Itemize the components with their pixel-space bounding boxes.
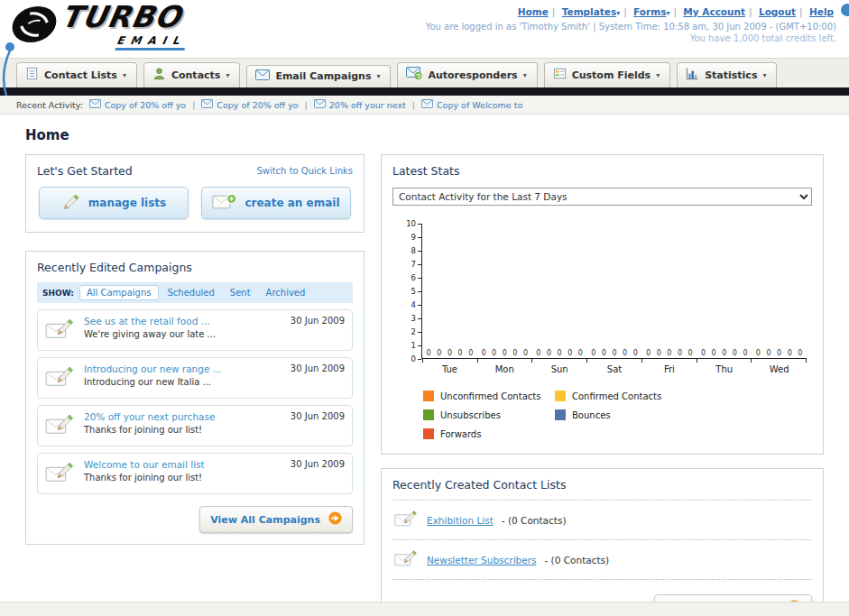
- top-nav: Home| Templates| Forms| My Account| Logo…: [426, 6, 836, 17]
- activity-separator: |: [412, 100, 415, 110]
- contact-list-count: - (0 Contacts): [544, 555, 609, 565]
- manage-lists-button[interactable]: manage lists: [39, 187, 189, 219]
- contact-list-link[interactable]: Newsletter Subscribers: [427, 555, 536, 565]
- nav-templates[interactable]: Templates: [562, 6, 620, 17]
- tab-label: Statistics: [705, 69, 757, 81]
- chart-y-axis: 109876543210: [401, 224, 421, 359]
- tab-statistics[interactable]: Statistics ▾: [677, 62, 777, 87]
- recent-activity-item[interactable]: 20% off your next: [314, 99, 406, 110]
- chart-bar-group: 0 0 0 0 0: [697, 349, 752, 358]
- campaign-date: 30 Jun 2009: [291, 411, 345, 421]
- envelope-icon: [314, 99, 326, 110]
- recent-activity-link[interactable]: Copy of 20% off yo: [217, 100, 298, 110]
- recent-activity-item[interactable]: Copy of 20% off yo: [201, 99, 298, 110]
- legend-label: Bounces: [572, 410, 611, 420]
- view-all-campaigns-button[interactable]: View All Campaigns: [199, 506, 353, 533]
- campaign-title-link[interactable]: Welcome to our email list: [84, 459, 205, 470]
- list-edit-icon: [394, 547, 419, 572]
- switch-quick-links-link[interactable]: Switch to Quick Links: [256, 166, 353, 176]
- right-column: Latest Stats Contact Activity for the La…: [381, 154, 824, 616]
- chevron-down-icon: ▾: [376, 72, 380, 80]
- campaign-item[interactable]: 20% off your next purchase Thanks for jo…: [37, 405, 353, 446]
- legend-label: Unconfirmed Contacts: [440, 391, 540, 401]
- campaign-title-link[interactable]: 20% off your next purchase: [84, 411, 215, 422]
- tab-contacts[interactable]: Contacts ▾: [143, 62, 240, 87]
- legend-item: Forwards: [423, 428, 555, 439]
- show-label: SHOW:: [42, 289, 74, 298]
- stats-range-select[interactable]: Contact Activity for the Last 7 Days: [392, 188, 812, 206]
- manage-lists-label: manage lists: [88, 197, 166, 209]
- recent-activity-item[interactable]: Copy of Welcome to: [421, 99, 522, 110]
- chart-x-label: Wed: [752, 364, 807, 374]
- create-email-button[interactable]: create an email: [201, 187, 351, 219]
- chart-bar-group: 0 0 0 0 0: [641, 349, 697, 358]
- legend-label: Forwards: [440, 429, 481, 439]
- nav-my-account[interactable]: My Account: [683, 6, 745, 17]
- campaign-item[interactable]: Welcome to our email list Thanks for joi…: [37, 453, 353, 494]
- legend-item: Bounces: [555, 409, 687, 420]
- tab-contact-lists[interactable]: Contact Lists ▾: [16, 62, 137, 87]
- envelope-icon: [421, 99, 433, 110]
- campaign-edit-icon: [45, 363, 76, 392]
- autoresponders-icon: [406, 67, 422, 83]
- campaign-title-link[interactable]: Introducing our new range ...: [84, 363, 222, 374]
- credits-status: You have 1,000 total credits left.: [426, 33, 836, 43]
- contact-activity-chart: 109876543210 0 0 0 0 00 0 0 0 00 0 0 0 0…: [401, 224, 807, 359]
- chart-x-label: Mon: [477, 364, 532, 374]
- nav-separator: |: [623, 6, 627, 17]
- campaign-subtitle: Thanks for joining our list!: [84, 473, 205, 483]
- envelope-icon: [89, 99, 101, 110]
- tab-autoresponders[interactable]: Autoresponders ▾: [397, 62, 537, 87]
- contact-list-item[interactable]: Exhibition List - (0 Contacts): [392, 500, 812, 539]
- filter-sent[interactable]: Sent: [224, 286, 257, 299]
- legend-label: Unsubscribes: [440, 410, 501, 420]
- filter-scheduled[interactable]: Scheduled: [161, 286, 221, 299]
- recent-activity-link[interactable]: 20% off your next: [329, 100, 406, 110]
- legend-item: Unconfirmed Contacts: [423, 391, 555, 401]
- contact-list-items: Exhibition List - (0 Contacts) Newslette…: [392, 500, 812, 580]
- get-started-panel: Let's Get Started Switch to Quick Links …: [25, 154, 365, 233]
- recent-contact-lists-panel: Recently Created Contact Lists Exhibitio…: [381, 468, 824, 616]
- campaign-subtitle: Introducing our new Italia ...: [84, 377, 222, 387]
- page: TURBO EMAIL Home| Templates| Forms| My A…: [0, 0, 849, 616]
- nav-logout[interactable]: Logout: [759, 6, 796, 17]
- filter-archived[interactable]: Archived: [260, 286, 312, 299]
- legend-swatch: [555, 409, 566, 420]
- contact-list-link[interactable]: Exhibition List: [427, 515, 494, 526]
- tab-label: Contact Lists: [44, 69, 117, 81]
- recent-activity-label: Recent Activity:: [16, 100, 83, 110]
- logo-subtitle: EMAIL: [115, 34, 187, 51]
- nav-separator: |: [673, 6, 677, 17]
- login-status: You are logged in as 'Timothy Smith' | S…: [426, 22, 836, 32]
- recent-activity-item[interactable]: Copy of 20% off yo: [89, 99, 186, 110]
- recent-contact-lists-title: Recently Created Contact Lists: [392, 478, 812, 492]
- recent-activity-link[interactable]: Copy of 20% off yo: [105, 100, 186, 110]
- campaign-item[interactable]: Introducing our new range ... Introducin…: [37, 357, 353, 399]
- custom-fields-icon: [553, 67, 567, 83]
- tab-label: Email Campaigns: [275, 70, 371, 82]
- filter-all-campaigns[interactable]: All Campaigns: [79, 285, 159, 300]
- recent-campaigns-panel: Recently Edited Campaigns SHOW: All Camp…: [25, 251, 365, 545]
- nav-underline-bar: [0, 87, 849, 96]
- contact-list-item[interactable]: Newsletter Subscribers - (0 Contacts): [392, 539, 812, 579]
- campaign-date: 30 Jun 2009: [291, 459, 345, 469]
- contact-list-count: - (0 Contacts): [502, 515, 567, 526]
- campaign-title-link[interactable]: See us at the retail food ...: [84, 316, 216, 326]
- nav-forms[interactable]: Forms: [633, 6, 669, 17]
- chevron-down-icon: ▾: [656, 71, 660, 79]
- tab-custom-fields[interactable]: Custom Fields ▾: [544, 62, 671, 87]
- chart-x-label: Sat: [587, 364, 642, 374]
- campaign-subtitle: We're giving away our late ...: [84, 329, 216, 339]
- campaign-item[interactable]: See us at the retail food ... We're givi…: [37, 309, 353, 351]
- nav-help[interactable]: Help: [809, 6, 834, 17]
- nav-home[interactable]: Home: [518, 6, 549, 17]
- latest-stats-panel: Latest Stats Contact Activity for the La…: [381, 154, 824, 455]
- corner-dot: [841, 4, 849, 16]
- campaign-edit-icon: [45, 316, 76, 345]
- recent-activity-link[interactable]: Copy of Welcome to: [437, 100, 522, 110]
- tab-email-campaigns[interactable]: Email Campaigns ▾: [246, 65, 391, 87]
- latest-stats-title: Latest Stats: [392, 164, 812, 178]
- contact-lists-icon: [25, 67, 39, 83]
- main-content: Home Let's Get Started Switch to Quick L…: [0, 115, 849, 616]
- arrow-circle-icon: [328, 511, 342, 528]
